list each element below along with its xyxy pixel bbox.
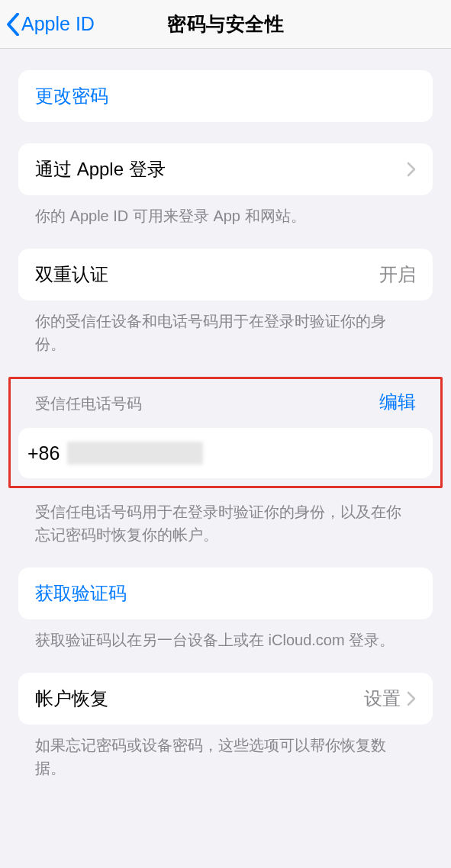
trusted-phone-header: 受信任电话号码 编辑 xyxy=(18,390,433,428)
change-password-group: 更改密码 xyxy=(18,70,433,122)
get-code-label: 获取验证码 xyxy=(35,581,127,606)
chevron-right-icon xyxy=(407,162,416,177)
change-password-cell[interactable]: 更改密码 xyxy=(18,70,433,122)
two-factor-footer: 你的受信任设备和电话号码用于在登录时验证你的身份。 xyxy=(18,301,433,355)
get-code-cell[interactable]: 获取验证码 xyxy=(18,567,433,619)
redacted-phone-number xyxy=(67,442,203,465)
back-button[interactable]: Apple ID xyxy=(6,13,95,36)
back-label: Apple ID xyxy=(21,13,95,35)
account-recovery-group: 帐户恢复 设置 如果忘记密码或设备密码，这些选项可以帮你恢复数据。 xyxy=(18,673,433,780)
trusted-phone-prefix: +86 xyxy=(27,442,60,465)
get-code-footer: 获取验证码以在另一台设备上或在 iCloud.com 登录。 xyxy=(18,619,433,651)
navigation-bar: Apple ID 密码与安全性 xyxy=(0,0,451,49)
trusted-phone-highlight: 受信任电话号码 编辑 +86 xyxy=(8,377,443,488)
two-factor-cell[interactable]: 双重认证 开启 xyxy=(18,249,433,301)
get-code-group: 获取验证码 获取验证码以在另一台设备上或在 iCloud.com 登录。 xyxy=(18,567,433,651)
account-recovery-cell[interactable]: 帐户恢复 设置 xyxy=(18,673,433,725)
change-password-label: 更改密码 xyxy=(35,84,108,108)
chevron-right-icon xyxy=(407,691,416,706)
trusted-phone-cell[interactable]: +86 xyxy=(18,428,433,478)
sign-in-with-apple-footer: 你的 Apple ID 可用来登录 App 和网站。 xyxy=(18,195,433,227)
two-factor-value: 开启 xyxy=(379,262,416,287)
trusted-phone-edit-button[interactable]: 编辑 xyxy=(379,390,416,414)
two-factor-label: 双重认证 xyxy=(35,262,379,287)
sign-in-with-apple-label: 通过 Apple 登录 xyxy=(35,157,407,182)
account-recovery-value: 设置 xyxy=(364,686,401,711)
chevron-left-icon xyxy=(6,13,20,36)
trusted-phone-footer: 受信任电话号码用于在登录时验证你的身份，以及在你忘记密码时恢复你的帐户。 xyxy=(18,488,433,546)
sign-in-with-apple-group: 通过 Apple 登录 你的 Apple ID 可用来登录 App 和网站。 xyxy=(18,143,433,227)
account-recovery-label: 帐户恢复 xyxy=(35,686,364,711)
account-recovery-footer: 如果忘记密码或设备密码，这些选项可以帮你恢复数据。 xyxy=(18,725,433,780)
two-factor-group: 双重认证 开启 你的受信任设备和电话号码用于在登录时验证你的身份。 xyxy=(18,249,433,355)
trusted-phone-number: +86 xyxy=(27,442,203,465)
trusted-phone-title: 受信任电话号码 xyxy=(35,394,142,414)
sign-in-with-apple-cell[interactable]: 通过 Apple 登录 xyxy=(18,143,433,195)
